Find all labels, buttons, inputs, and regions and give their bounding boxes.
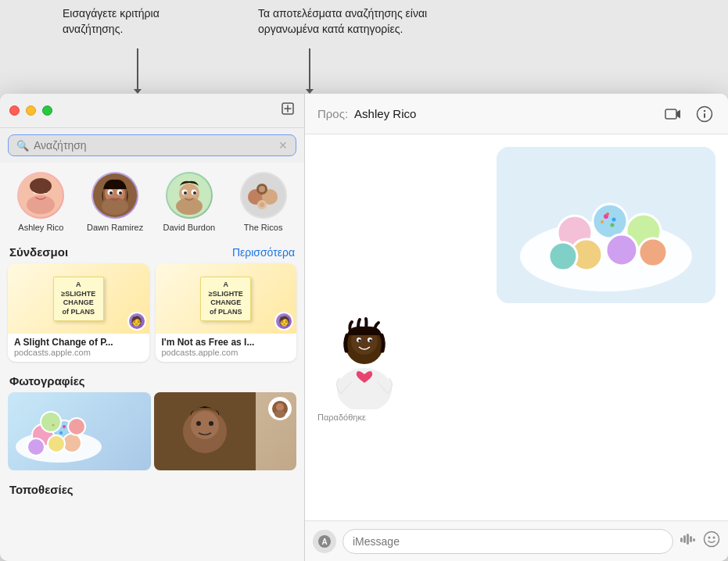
link-info-2: I'm Not as Free as I... podcasts.apple.c… (156, 334, 297, 362)
chat-input-bar: A (305, 520, 728, 561)
minimize-button[interactable] (26, 105, 36, 116)
macaron-image-bubble (497, 147, 715, 303)
memoji-image (317, 316, 411, 409)
svg-point-15 (119, 191, 122, 195)
svg-point-62 (606, 234, 637, 266)
podcast-note-1: A ≥SLIGHTECHANGEof PLANS (53, 277, 104, 321)
svg-point-50 (276, 403, 284, 411)
photos-section-title: Φωτογραφίες (9, 374, 85, 388)
contact-david[interactable]: David Burdon (158, 172, 221, 233)
link-url-2: podcasts.apple.com (162, 348, 291, 357)
svg-point-29 (259, 186, 265, 192)
svg-point-51 (274, 410, 285, 418)
svg-point-42 (52, 424, 55, 427)
main-window: 🔍 ✕ (0, 94, 728, 561)
callout-right: Τα αποτελέσματα αναζήτησης είναι οργανωμ… (258, 6, 430, 37)
svg-rect-82 (690, 536, 692, 542)
link-thumb-1: A ≥SLIGHTECHANGEof PLANS 🧑 (8, 263, 149, 334)
search-clear-icon[interactable]: ✕ (278, 139, 288, 152)
svg-point-35 (41, 412, 61, 432)
svg-point-31 (260, 202, 264, 207)
callout-line-left (137, 48, 138, 91)
callout-area: Εισαγάγετε κριτήρια αναζήτησης. Τα αποτε… (0, 0, 728, 94)
svg-point-39 (68, 418, 85, 435)
link-title-2: I'm Not as Free as I... (162, 337, 291, 348)
search-input-wrap[interactable]: 🔍 ✕ (8, 134, 296, 156)
contact-name-ashley: Ashley Rico (18, 222, 63, 233)
locations-section-header: Τοποθεσίες (0, 477, 304, 501)
audio-input-button[interactable] (680, 532, 697, 550)
link-thumb-2: A ≥SLIGHTECHANGEof PLANS 🧑 (156, 263, 297, 334)
close-button[interactable] (9, 105, 20, 116)
photo-avatar-badge (268, 397, 292, 420)
svg-point-8 (30, 178, 52, 194)
svg-point-63 (639, 238, 667, 266)
titlebar (0, 94, 304, 128)
link-card-2[interactable]: A ≥SLIGHTECHANGEof PLANS 🧑 I'm Not as Fr… (156, 263, 297, 362)
memoji-bubble: Παραδόθηκε (317, 316, 411, 422)
svg-point-38 (48, 435, 65, 452)
svg-point-67 (601, 220, 604, 223)
chat-recipient: Ashley Rico (354, 107, 416, 120)
contact-ricos[interactable]: The Ricos (232, 172, 295, 233)
contact-ashley[interactable]: Ashley Rico (9, 172, 72, 233)
svg-rect-52 (665, 109, 676, 119)
contact-dawn[interactable]: Dawn Ramirez (84, 172, 146, 233)
apps-button[interactable]: A (313, 530, 336, 553)
link-info-1: A Slight Change of P... podcasts.apple.c… (8, 334, 149, 362)
podcast-note-2: A ≥SLIGHTECHANGEof PLANS (200, 277, 251, 321)
svg-point-41 (59, 431, 63, 434)
svg-point-64 (549, 242, 577, 270)
compose-button[interactable] (281, 102, 295, 120)
links-more-button[interactable]: Περισσότερα (232, 246, 295, 259)
avatar-ashley (17, 172, 64, 219)
svg-point-46 (196, 421, 201, 426)
svg-rect-80 (683, 535, 686, 543)
svg-point-68 (611, 223, 615, 227)
video-call-button[interactable] (662, 103, 684, 125)
svg-point-54 (704, 109, 705, 111)
photos-grid (8, 392, 296, 470)
locations-section-title: Τοποθεσίες (9, 483, 74, 496)
svg-point-3 (27, 195, 55, 214)
avatar-david (166, 172, 213, 219)
svg-point-28 (266, 193, 274, 201)
link-title-1: A Slight Change of P... (14, 337, 143, 348)
svg-point-84 (705, 532, 719, 547)
callout-line-right (309, 48, 310, 91)
svg-point-59 (593, 204, 627, 238)
search-bar: 🔍 ✕ (0, 128, 304, 163)
search-input[interactable] (34, 139, 274, 152)
chat-actions (662, 103, 715, 125)
callout-left: Εισαγάγετε κριτήρια αναζήτησης. (63, 6, 188, 37)
svg-point-22 (193, 191, 196, 195)
info-button[interactable] (694, 103, 715, 125)
svg-point-86 (713, 537, 715, 539)
maximize-button[interactable] (42, 105, 52, 116)
svg-point-21 (184, 191, 187, 195)
avatar-dawn (91, 172, 138, 219)
links-section-title: Σύνδεσμοι (9, 245, 68, 259)
svg-rect-55 (704, 113, 705, 118)
svg-rect-83 (693, 538, 695, 541)
photos-section-header: Φωτογραφίες (0, 368, 304, 392)
contact-name-dawn: Dawn Ramirez (87, 222, 143, 233)
svg-point-69 (606, 213, 609, 216)
chat-messages: Παραδόθηκε (305, 134, 728, 520)
right-panel: Προς: Ashley Rico (305, 94, 728, 561)
photo-thumb-portrait[interactable] (154, 392, 297, 470)
contacts-row: Ashley Rico (0, 163, 304, 239)
contact-name-ricos: The Ricos (244, 222, 283, 233)
svg-point-66 (612, 218, 616, 222)
message-input[interactable] (342, 529, 673, 554)
contact-name-david: David Burdon (163, 222, 216, 233)
photo-thumb-macarons[interactable] (8, 392, 151, 470)
link-card-1[interactable]: A ≥SLIGHTECHANGEof PLANS 🧑 A Slight Chan… (8, 263, 149, 362)
svg-point-75 (369, 339, 372, 342)
avatar-ricos (240, 172, 287, 219)
podcast-avatar-2: 🧑 (274, 312, 293, 331)
emoji-button[interactable] (703, 531, 720, 552)
svg-text:A: A (321, 538, 327, 546)
svg-point-85 (708, 537, 711, 539)
svg-point-37 (27, 438, 45, 456)
